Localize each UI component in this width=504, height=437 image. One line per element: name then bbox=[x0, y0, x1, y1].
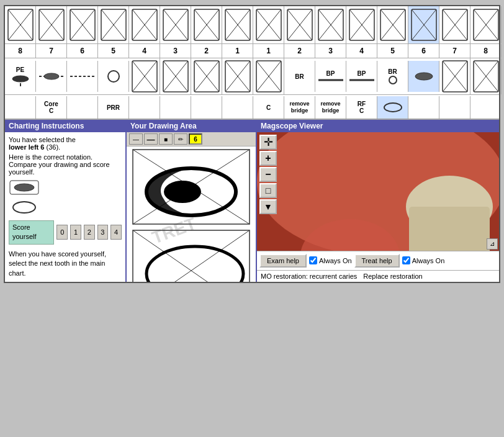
status-3R[interactable]: BP bbox=[315, 61, 346, 92]
draw-toolbar: — — ■ ✏ 6 bbox=[127, 132, 256, 146]
status-1L[interactable] bbox=[222, 58, 253, 94]
svg-line-109 bbox=[256, 76, 269, 92]
num-4R: 4 bbox=[346, 44, 377, 58]
score-btn-3[interactable]: 3 bbox=[97, 225, 109, 240]
tooth-upper-1R[interactable] bbox=[253, 6, 284, 43]
score-btn-1[interactable]: 1 bbox=[70, 225, 81, 240]
tooth-upper-8R[interactable] bbox=[470, 6, 502, 43]
svg-line-11 bbox=[70, 9, 83, 25]
tooth-upper-7L[interactable] bbox=[36, 6, 67, 43]
status-6R[interactable] bbox=[408, 61, 439, 92]
svg-line-123 bbox=[474, 76, 486, 92]
tooth-upper-6R[interactable] bbox=[408, 6, 439, 43]
svg-line-39 bbox=[238, 25, 250, 40]
svg-line-67 bbox=[424, 9, 436, 25]
svg-line-61 bbox=[380, 9, 393, 25]
label-empty-7R bbox=[408, 96, 439, 119]
svg-line-104 bbox=[225, 76, 238, 92]
status-7L[interactable] bbox=[36, 61, 67, 92]
status-5L[interactable] bbox=[98, 61, 129, 92]
user-drawing-lower bbox=[127, 227, 256, 282]
svg-line-52 bbox=[331, 9, 343, 25]
tooth-upper-5L[interactable] bbox=[98, 6, 129, 43]
mag-down-btn[interactable]: ▼ bbox=[259, 199, 277, 214]
draw-tool-number[interactable]: 6 bbox=[189, 133, 202, 145]
tooth-upper-4R[interactable] bbox=[346, 6, 377, 43]
svg-line-6 bbox=[39, 9, 52, 25]
mag-minus-btn[interactable]: − bbox=[259, 167, 277, 182]
status-6L[interactable] bbox=[67, 61, 98, 92]
num-2L: 2 bbox=[191, 44, 222, 58]
tooth-upper-7R[interactable] bbox=[439, 6, 470, 43]
label-empty-1L bbox=[222, 96, 253, 119]
score-btn-0[interactable]: 0 bbox=[56, 225, 68, 240]
svg-line-79 bbox=[486, 25, 498, 40]
score-btn-4[interactable]: 4 bbox=[110, 225, 122, 240]
svg-line-53 bbox=[318, 25, 331, 40]
svg-line-7 bbox=[52, 9, 64, 25]
mag-square-btn[interactable]: □ bbox=[259, 183, 277, 198]
upper-tooth-row bbox=[5, 6, 499, 44]
svg-line-43 bbox=[256, 25, 269, 40]
svg-line-21 bbox=[132, 9, 145, 25]
status-2R[interactable]: BR bbox=[284, 61, 315, 92]
svg-line-107 bbox=[256, 61, 269, 76]
svg-line-89 bbox=[132, 76, 145, 92]
tooth-upper-5R[interactable] bbox=[377, 6, 408, 43]
charting-instructions-panel: Charting Instructions You have selected … bbox=[5, 120, 127, 282]
draw-tool-rect[interactable]: ■ bbox=[159, 133, 173, 145]
mag-move-btn[interactable]: ✛ bbox=[259, 135, 277, 150]
tooth-upper-8L[interactable] bbox=[5, 6, 36, 43]
treat-always-on-checkbox[interactable] bbox=[402, 256, 410, 264]
tooth-upper-3L[interactable] bbox=[160, 6, 191, 43]
label-empty-8L bbox=[5, 96, 36, 119]
num-1R: 1 bbox=[253, 44, 284, 58]
mag-plus-btn[interactable]: + bbox=[259, 151, 277, 166]
tooth-upper-2L[interactable] bbox=[191, 6, 222, 43]
status-7R[interactable] bbox=[439, 58, 470, 94]
svg-line-74 bbox=[455, 25, 467, 40]
status-2L[interactable] bbox=[191, 58, 222, 94]
num-7L: 7 bbox=[36, 44, 67, 58]
svg-line-13 bbox=[70, 25, 83, 40]
svg-line-28 bbox=[163, 25, 176, 40]
tooth-upper-4L[interactable] bbox=[129, 6, 160, 43]
exam-help-button[interactable]: Exam help bbox=[259, 254, 307, 268]
tooth-upper-1L[interactable] bbox=[222, 6, 253, 43]
score-row: Score yourself 0 1 2 3 4 bbox=[9, 220, 122, 245]
svg-line-51 bbox=[318, 9, 331, 25]
treat-help-button[interactable]: Treat help bbox=[354, 254, 400, 268]
num-5L: 5 bbox=[98, 44, 129, 58]
status-1R[interactable] bbox=[253, 58, 284, 94]
exam-always-on-checkbox[interactable] bbox=[309, 256, 317, 264]
svg-line-3 bbox=[8, 25, 20, 40]
svg-line-121 bbox=[474, 61, 486, 76]
svg-point-83 bbox=[44, 73, 59, 79]
tooth-upper-2R[interactable] bbox=[284, 6, 315, 43]
svg-line-46 bbox=[287, 9, 300, 25]
draw-tool-line2[interactable]: — bbox=[144, 133, 158, 145]
svg-line-102 bbox=[225, 61, 238, 76]
svg-line-124 bbox=[486, 76, 498, 92]
status-4R[interactable]: BP bbox=[346, 61, 377, 92]
svg-line-110 bbox=[269, 76, 281, 92]
ref-upper bbox=[9, 179, 40, 196]
draw-tool-line1[interactable]: — bbox=[129, 133, 143, 145]
svg-line-72 bbox=[455, 9, 467, 25]
svg-line-105 bbox=[238, 76, 250, 92]
draw-tool-pen[interactable]: ✏ bbox=[174, 133, 187, 145]
status-5R[interactable]: BR bbox=[377, 61, 408, 92]
tooth-upper-3R[interactable] bbox=[315, 6, 346, 43]
mag-corner-btn[interactable]: ⊿ bbox=[487, 238, 498, 250]
status-4L[interactable] bbox=[129, 58, 160, 94]
status-pe[interactable]: PE bbox=[5, 61, 36, 92]
svg-point-128 bbox=[13, 202, 35, 213]
status-3L[interactable] bbox=[160, 58, 191, 94]
num-6R: 6 bbox=[408, 44, 439, 58]
svg-line-32 bbox=[207, 9, 219, 25]
score-btn-2[interactable]: 2 bbox=[84, 225, 95, 240]
svg-line-38 bbox=[225, 25, 238, 40]
drawing-canvas[interactable]: TRET bbox=[127, 146, 256, 282]
status-8R[interactable] bbox=[470, 58, 502, 94]
tooth-upper-6L[interactable] bbox=[67, 6, 98, 43]
